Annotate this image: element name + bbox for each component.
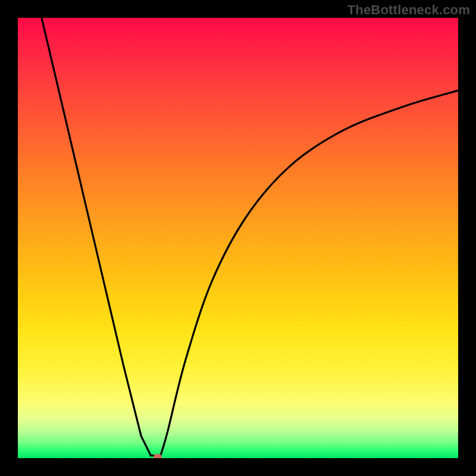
curve-left-branch — [42, 18, 155, 456]
chart-frame: TheBottleneck.com — [0, 0, 476, 476]
plot-area — [18, 18, 458, 458]
curve-right-branch — [161, 90, 458, 455]
valley-marker-icon — [154, 453, 162, 458]
watermark-text: TheBottleneck.com — [347, 2, 470, 18]
bottleneck-curve — [18, 18, 458, 458]
